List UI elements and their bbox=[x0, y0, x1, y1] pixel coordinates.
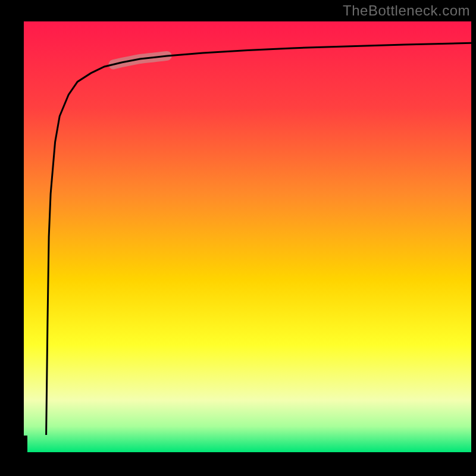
svg-rect-2 bbox=[0, 452, 476, 476]
plot-background bbox=[24, 21, 471, 452]
bottleneck-chart bbox=[0, 0, 476, 476]
chart-root: TheBottleneck.com bbox=[0, 0, 476, 476]
svg-rect-5 bbox=[24, 436, 27, 452]
svg-rect-1 bbox=[0, 0, 24, 476]
svg-rect-4 bbox=[471, 0, 476, 476]
watermark-text: TheBottleneck.com bbox=[343, 2, 470, 19]
